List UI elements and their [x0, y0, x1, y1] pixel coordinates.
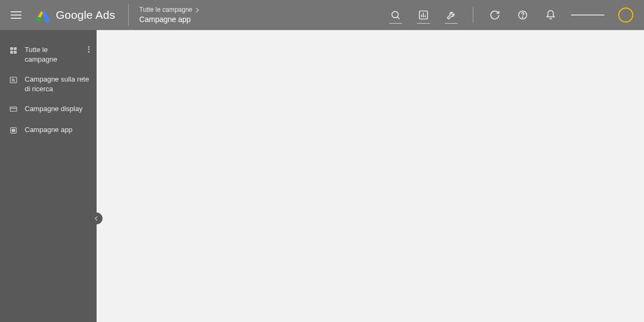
- tools-button[interactable]: [442, 4, 461, 26]
- refresh-icon: [489, 10, 500, 20]
- display-icon: [9, 105, 18, 114]
- notifications-button[interactable]: [541, 5, 560, 25]
- sidebar-item-label: Tutte le campagne: [25, 45, 78, 64]
- breadcrumb-parent-row[interactable]: Tutte le campagne: [140, 6, 198, 14]
- help-icon: [517, 10, 528, 20]
- sidebar-item-all-campaigns[interactable]: Tutte le campagne: [0, 40, 97, 69]
- svg-rect-13: [10, 77, 17, 83]
- breadcrumb[interactable]: Tutte le campagne Campagne app: [140, 6, 198, 24]
- bar-chart-icon: [418, 10, 429, 20]
- main-area: Tutte le campagne Campagne sulla rete di…: [0, 30, 644, 322]
- hamburger-icon: [11, 11, 21, 19]
- product-logo-block[interactable]: Google Ads: [35, 8, 115, 23]
- svg-point-14: [12, 79, 14, 81]
- profile-avatar[interactable]: [618, 8, 633, 23]
- sidebar-item-search-campaigns[interactable]: Campagne sulla rete di ricerca: [0, 69, 97, 99]
- product-name: Google Ads: [56, 9, 115, 21]
- svg-rect-9: [10, 47, 13, 50]
- svg-rect-12: [14, 51, 17, 54]
- svg-line-15: [14, 81, 14, 82]
- svg-point-1: [392, 11, 398, 18]
- svg-point-8: [522, 17, 523, 18]
- svg-point-19: [12, 129, 14, 132]
- actions-divider: [473, 7, 473, 23]
- reports-button[interactable]: [414, 4, 433, 26]
- sidebar-item-app-campaigns[interactable]: Campagne app: [0, 120, 97, 141]
- more-vertical-icon: [88, 45, 90, 53]
- main-menu-button[interactable]: [6, 5, 26, 25]
- svg-point-0: [36, 17, 41, 22]
- wrench-icon: [446, 10, 457, 20]
- refresh-button[interactable]: [485, 5, 504, 25]
- breadcrumb-parent-label: Tutte le campagne: [140, 6, 193, 14]
- topbar: Google Ads Tutte le campagne Campagne ap…: [0, 0, 644, 30]
- google-ads-logo-icon: [35, 8, 50, 23]
- search-button[interactable]: [386, 4, 405, 26]
- sidebar: Tutte le campagne Campagne sulla rete di…: [0, 30, 97, 322]
- svg-line-2: [397, 17, 399, 19]
- breadcrumb-current-label: Campagne app: [140, 14, 198, 24]
- account-selector[interactable]: [571, 14, 604, 16]
- chevron-right-icon: [194, 8, 198, 12]
- topbar-actions: [386, 4, 638, 26]
- sidebar-collapse-button[interactable]: [91, 213, 103, 224]
- svg-rect-16: [10, 107, 17, 112]
- sidebar-item-more-button[interactable]: [85, 45, 92, 53]
- sidebar-item-label: Campagne app: [25, 125, 92, 135]
- search-icon: [390, 10, 401, 20]
- sidebar-item-label: Campagne display: [25, 104, 92, 114]
- grid-icon: [9, 46, 18, 55]
- bell-icon: [545, 10, 556, 20]
- svg-rect-10: [14, 47, 17, 50]
- sidebar-item-display-campaigns[interactable]: Campagne display: [0, 99, 97, 120]
- app-icon: [9, 126, 18, 135]
- sidebar-item-label: Campagne sulla rete di ricerca: [25, 75, 92, 93]
- header-divider: [128, 4, 129, 26]
- search-small-icon: [9, 75, 18, 85]
- content-area: [97, 30, 644, 322]
- help-button[interactable]: [513, 5, 532, 25]
- svg-rect-11: [10, 51, 13, 54]
- chevron-left-icon: [95, 216, 99, 221]
